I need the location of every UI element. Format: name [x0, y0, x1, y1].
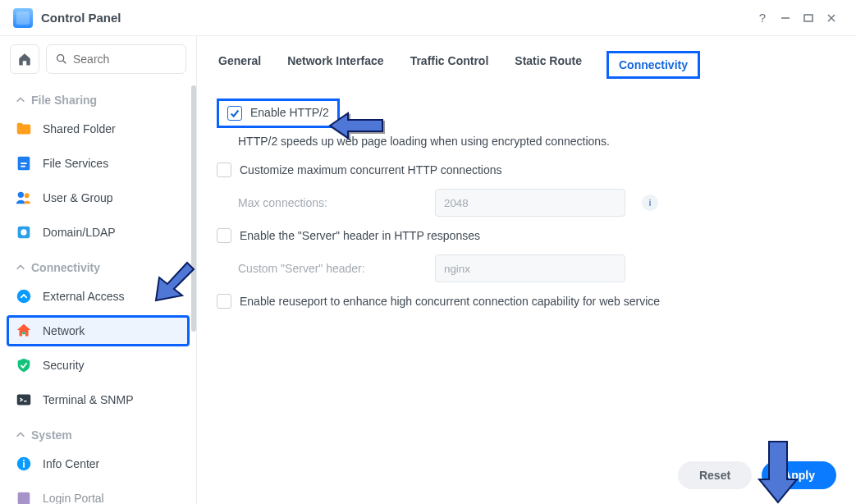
sidebar-item-file-services[interactable]: File Services — [0, 146, 196, 181]
sidebar-section-system[interactable]: System — [0, 417, 196, 447]
sidebar-item-label: Login Portal — [43, 492, 104, 504]
svg-rect-15 — [17, 395, 31, 405]
svg-rect-18 — [23, 462, 25, 467]
sidebar-scrollbar[interactable] — [191, 85, 196, 332]
sidebar-item-label: File Services — [43, 157, 108, 170]
custom-header-input[interactable] — [435, 254, 625, 282]
enable-http2-label: Enable HTTP/2 — [250, 106, 329, 121]
link-icon — [15, 287, 33, 305]
sidebar-item-login-portal[interactable]: Login Portal — [0, 481, 196, 504]
sidebar-item-label: Info Center — [43, 457, 99, 470]
sidebar-item-security[interactable]: Security — [0, 348, 196, 383]
sidebar-section-file-sharing[interactable]: File Sharing — [0, 82, 196, 112]
sidebar-item-domain-ldap[interactable]: Domain/LDAP — [0, 215, 196, 250]
sidebar-item-network[interactable]: Network — [7, 315, 190, 346]
svg-rect-1 — [804, 15, 813, 21]
apply-button[interactable]: Apply — [762, 461, 836, 489]
tab-general[interactable]: General — [217, 51, 263, 79]
customize-max-checkbox[interactable] — [217, 163, 231, 177]
svg-rect-7 — [21, 163, 26, 164]
svg-rect-8 — [21, 166, 25, 167]
sidebar-item-terminal-snmp[interactable]: Terminal & SNMP — [0, 383, 196, 417]
svg-point-4 — [57, 55, 64, 62]
chevron-up-icon — [15, 94, 26, 106]
enable-http2-row[interactable]: Enable HTTP/2 — [217, 99, 340, 128]
svg-line-5 — [63, 61, 66, 63]
maximize-button[interactable] — [797, 7, 820, 30]
tab-traffic-control[interactable]: Traffic Control — [409, 51, 491, 79]
http2-help-text: HTTP/2 speeds up web page loading when u… — [217, 135, 836, 156]
sidebar-item-label: Shared Folder — [43, 122, 116, 135]
customize-max-label: Customize maximum concurrent HTTP connec… — [240, 163, 502, 176]
svg-point-10 — [25, 193, 30, 198]
sidebar-item-user-group[interactable]: User & Group — [0, 181, 196, 215]
sidebar-item-label: Security — [43, 359, 85, 372]
home-button[interactable] — [10, 44, 39, 74]
svg-point-12 — [21, 229, 26, 235]
home-icon — [17, 52, 32, 66]
max-conn-input[interactable] — [435, 189, 625, 217]
minimize-button[interactable] — [774, 7, 797, 30]
info-icon — [15, 455, 33, 473]
sidebar-item-external-access[interactable]: External Access — [0, 279, 196, 314]
terminal-icon — [15, 391, 33, 409]
folder-icon — [15, 120, 33, 138]
sidebar-item-label: User & Group — [43, 191, 113, 204]
max-conn-label: Max connections: — [238, 196, 419, 209]
enable-server-header-label: Enable the "Server" header in HTTP respo… — [240, 229, 480, 242]
sidebar-item-label: Domain/LDAP — [43, 226, 116, 239]
tab-network-interface[interactable]: Network Interface — [286, 51, 385, 79]
svg-point-14 — [22, 332, 25, 335]
portal-icon — [15, 489, 33, 504]
sidebar-item-info-center[interactable]: Info Center — [0, 447, 196, 481]
window-title: Control Panel — [41, 11, 121, 25]
network-icon — [15, 322, 33, 340]
search-icon — [55, 53, 68, 66]
svg-point-13 — [17, 290, 31, 304]
file-services-icon — [15, 154, 33, 172]
chevron-up-icon — [15, 262, 26, 273]
svg-point-9 — [18, 192, 24, 198]
chevron-up-icon — [15, 429, 26, 441]
custom-header-label: Custom "Server" header: — [238, 262, 419, 275]
search-input-wrap[interactable] — [46, 44, 186, 74]
help-button[interactable]: ? — [751, 7, 774, 30]
info-tip-button[interactable]: i — [642, 195, 658, 211]
domain-icon — [15, 223, 33, 241]
tab-connectivity[interactable]: Connectivity — [607, 51, 700, 79]
svg-rect-20 — [18, 493, 30, 504]
users-icon — [15, 189, 33, 207]
sidebar-section-connectivity[interactable]: Connectivity — [0, 250, 196, 279]
svg-point-19 — [23, 460, 25, 461]
enable-reuseport-label: Enable reuseport to enhance high concurr… — [240, 295, 660, 308]
shield-icon — [15, 356, 33, 374]
reset-button[interactable]: Reset — [678, 461, 752, 489]
app-icon — [13, 8, 33, 28]
enable-reuseport-checkbox[interactable] — [217, 294, 231, 309]
search-input[interactable] — [73, 53, 177, 66]
sidebar-item-label: External Access — [43, 290, 125, 303]
tab-static-route[interactable]: Static Route — [513, 51, 584, 79]
close-button[interactable] — [820, 7, 843, 30]
sidebar-item-label: Terminal & SNMP — [43, 393, 133, 406]
enable-http2-checkbox[interactable] — [227, 106, 242, 121]
sidebar-item-shared-folder[interactable]: Shared Folder — [0, 112, 196, 146]
enable-server-header-checkbox[interactable] — [217, 228, 231, 243]
sidebar-item-label: Network — [43, 324, 85, 337]
